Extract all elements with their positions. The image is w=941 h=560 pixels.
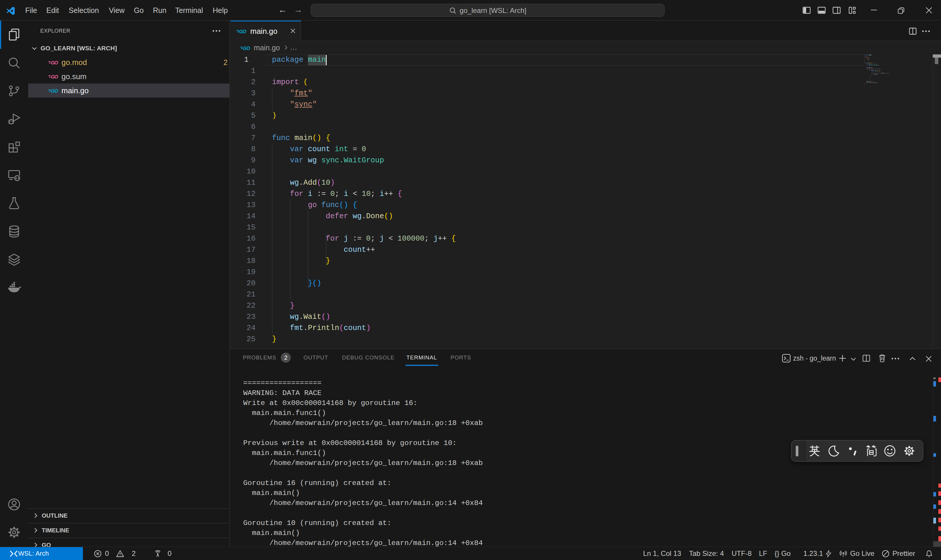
svg-text:GO: GO xyxy=(243,46,250,51)
svg-text:GO: GO xyxy=(51,88,58,94)
svg-text:GO: GO xyxy=(239,29,246,34)
svg-text:GO: GO xyxy=(51,74,58,79)
